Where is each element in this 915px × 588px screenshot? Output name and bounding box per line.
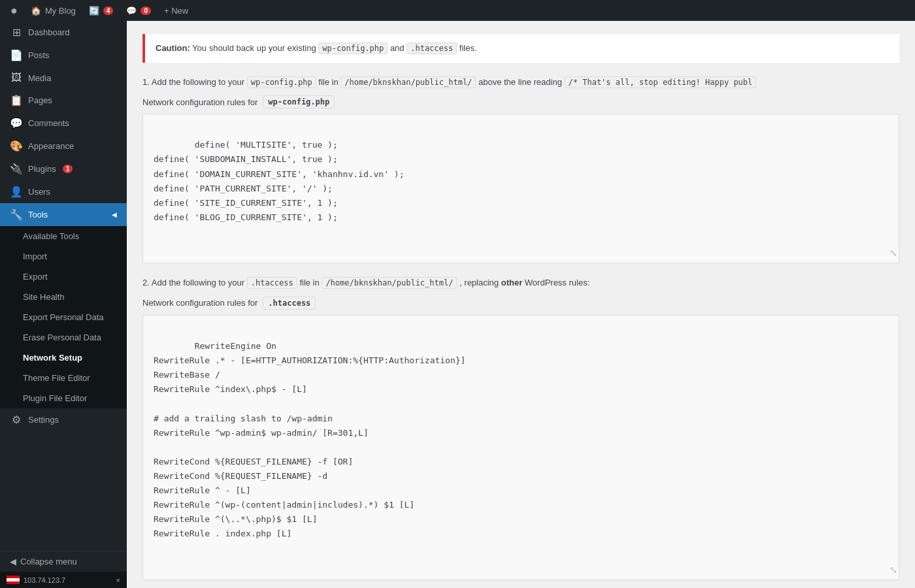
appearance-icon: 🎨 — [10, 140, 23, 152]
sidebar-ip-bar: 103.74.123.7 × — [0, 572, 127, 588]
sidebar-sub-theme-file-editor[interactable]: Theme File Editor — [0, 368, 127, 388]
step2-path: /home/bknskhan/public_html/ — [322, 277, 457, 289]
htaccess-label: Network configuration rules for .htacces… — [142, 297, 899, 310]
flag-icon — [7, 576, 20, 584]
pages-icon: 📋 — [10, 94, 23, 106]
main-content: Caution: You should back up your existin… — [127, 21, 915, 588]
comments-icon: 💬 — [126, 6, 137, 16]
step2-text: 2. Add the following to your .htaccess f… — [142, 276, 899, 290]
collapse-icon: ◀ — [10, 557, 16, 566]
adminbar-comments[interactable]: 💬 0 — [121, 0, 156, 21]
comments-nav-icon: 💬 — [10, 117, 23, 129]
step1-text: 1. Add the following to your wp-config.p… — [142, 76, 899, 90]
sidebar-sub-import[interactable]: Import — [0, 246, 127, 267]
plugins-icon: 🔌 — [10, 163, 23, 175]
sidebar-item-dashboard[interactable]: ⊞ Dashboard — [0, 21, 127, 44]
sidebar-item-settings[interactable]: ⚙ Settings — [0, 408, 127, 431]
wpconfig-code-block: define( 'MULTISITE', true ); define( 'SU… — [142, 114, 899, 263]
step1-comment: /* That's all, stop editing! Happy publ — [565, 76, 757, 88]
wpconfig-label: Network configuration rules for wp-confi… — [142, 95, 899, 108]
adminbar-updates[interactable]: 🔄 4 — [84, 0, 119, 21]
ip-close[interactable]: × — [116, 576, 120, 584]
resize-handle[interactable]: ⤡ — [890, 246, 897, 261]
sidebar-item-posts[interactable]: 📄 Posts — [0, 44, 127, 67]
htaccess-file-tag: .htaccess — [263, 297, 316, 310]
sidebar-item-users[interactable]: 👤 Users — [0, 180, 127, 203]
caution-label: Caution: — [156, 43, 190, 53]
caution-file1: wp-config.php — [318, 42, 388, 54]
caution-box: Caution: You should back up your existin… — [142, 34, 899, 63]
step1-path: /home/bknskhan/public_html/ — [341, 76, 476, 88]
admin-bar: ● 🏠 My Blog 🔄 4 💬 0 + New — [0, 0, 915, 21]
sidebar-sub-plugin-file-editor[interactable]: Plugin File Editor — [0, 388, 127, 408]
tools-submenu: Available Tools Import Export Site Healt… — [0, 226, 127, 408]
adminbar-myblog[interactable]: 🏠 My Blog — [25, 0, 81, 21]
htaccess-code-block: RewriteEngine On RewriteRule .* - [E=HTT… — [142, 315, 899, 580]
tools-icon: 🔧 — [10, 208, 23, 221]
sidebar-sub-erase-personal[interactable]: Erase Personal Data — [0, 327, 127, 348]
sidebar-sub-network-setup[interactable]: Network Setup — [0, 348, 127, 368]
sidebar-sub-export[interactable]: Export — [0, 267, 127, 287]
htaccess-resize-handle[interactable]: ⤡ — [890, 563, 897, 578]
wp-logo[interactable]: ● — [5, 4, 23, 18]
tools-arrow: ◀ — [112, 211, 117, 218]
updates-icon: 🔄 — [89, 6, 99, 16]
sidebar-item-comments[interactable]: 💬 Comments — [0, 112, 127, 135]
media-icon: 🖼 — [10, 72, 23, 84]
sidebar-item-appearance[interactable]: 🎨 Appearance — [0, 135, 127, 157]
sidebar-item-tools[interactable]: 🔧 Tools ◀ — [0, 203, 127, 226]
step1-file: wp-config.php — [247, 76, 316, 88]
sidebar: ⊞ Dashboard 📄 Posts 🖼 Media 📋 Pages 💬 Co… — [0, 21, 127, 588]
posts-icon: 📄 — [10, 49, 23, 61]
sidebar-sub-site-health[interactable]: Site Health — [0, 287, 127, 307]
wpconfig-file-tag: wp-config.php — [263, 95, 335, 108]
users-icon: 👤 — [10, 186, 23, 198]
settings-icon: ⚙ — [10, 414, 23, 426]
sidebar-item-media[interactable]: 🖼 Media — [0, 67, 127, 89]
adminbar-new[interactable]: + New — [159, 0, 193, 21]
sidebar-item-pages[interactable]: 📋 Pages — [0, 89, 127, 112]
sidebar-collapse[interactable]: ◀ Collapse menu — [0, 551, 127, 572]
caution-file2: .htaccess — [407, 42, 457, 54]
sidebar-sub-available-tools[interactable]: Available Tools — [0, 226, 127, 246]
step2-file: .htaccess — [247, 277, 297, 289]
dashboard-icon: ⊞ — [10, 26, 23, 39]
sidebar-item-plugins[interactable]: 🔌 Plugins 1 — [0, 157, 127, 180]
sidebar-sub-export-personal[interactable]: Export Personal Data — [0, 307, 127, 327]
home-icon: 🏠 — [31, 6, 41, 16]
